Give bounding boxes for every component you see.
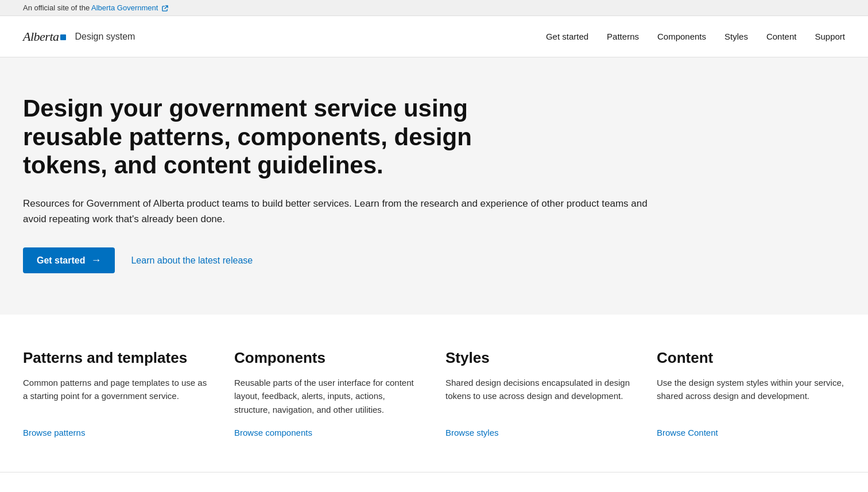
get-started-button[interactable]: Get started → — [23, 247, 115, 273]
nav-support[interactable]: Support — [815, 32, 845, 41]
nav-patterns[interactable]: Patterns — [607, 32, 639, 41]
browse-styles-link[interactable]: Browse styles — [445, 428, 634, 437]
arrow-icon: → — [91, 254, 101, 266]
get-started-label: Get started — [37, 255, 85, 266]
browse-components-link[interactable]: Browse components — [234, 428, 423, 437]
nav-components[interactable]: Components — [657, 32, 706, 41]
card-styles-title: Styles — [445, 349, 634, 367]
site-header: Alberta Design system Get started Patter… — [0, 16, 868, 57]
external-link-icon — [162, 5, 168, 11]
hero-section: Design your government service using reu… — [0, 57, 868, 315]
hero-description: Resources for Government of Alberta prod… — [23, 196, 654, 227]
nav-get-started[interactable]: Get started — [546, 32, 588, 41]
alberta-government-link[interactable]: Alberta Government — [91, 3, 168, 12]
card-styles: Styles Shared design decisions encapsula… — [445, 349, 634, 437]
card-patterns-title: Patterns and templates — [23, 349, 211, 367]
card-styles-description: Shared design decisions encapsulated in … — [445, 376, 634, 416]
logo-text: Alberta — [23, 29, 66, 44]
logo-dot — [60, 34, 66, 40]
card-components-title: Components — [234, 349, 423, 367]
main-nav: Get started Patterns Components Styles C… — [546, 32, 845, 41]
card-content-title: Content — [657, 349, 845, 367]
card-components-description: Reusable parts of the user interface for… — [234, 376, 423, 416]
site-title: Design system — [75, 32, 135, 42]
cards-grid: Patterns and templates Common patterns a… — [23, 349, 845, 437]
browse-patterns-link[interactable]: Browse patterns — [23, 428, 211, 437]
nav-styles[interactable]: Styles — [724, 32, 748, 41]
hero-actions: Get started → Learn about the latest rel… — [23, 247, 845, 273]
top-banner: An official site of the Alberta Governme… — [0, 0, 868, 16]
latest-release-link[interactable]: Learn about the latest release — [131, 255, 253, 266]
card-patterns-description: Common patterns and page templates to us… — [23, 376, 211, 416]
browse-content-link[interactable]: Browse Content — [657, 428, 845, 437]
nav-content[interactable]: Content — [766, 32, 797, 41]
logo-link[interactable]: Alberta Design system — [23, 29, 135, 44]
hero-title: Design your government service using reu… — [23, 94, 540, 180]
card-content-description: Use the design system styles within your… — [657, 376, 845, 416]
card-patterns: Patterns and templates Common patterns a… — [23, 349, 211, 437]
card-content: Content Use the design system styles wit… — [657, 349, 845, 437]
banner-prefix: An official site of the — [23, 3, 90, 12]
card-components: Components Reusable parts of the user in… — [234, 349, 423, 437]
cards-section: Patterns and templates Common patterns a… — [0, 315, 868, 472]
bottom-section: How to use the design system in your ser… — [0, 472, 868, 492]
